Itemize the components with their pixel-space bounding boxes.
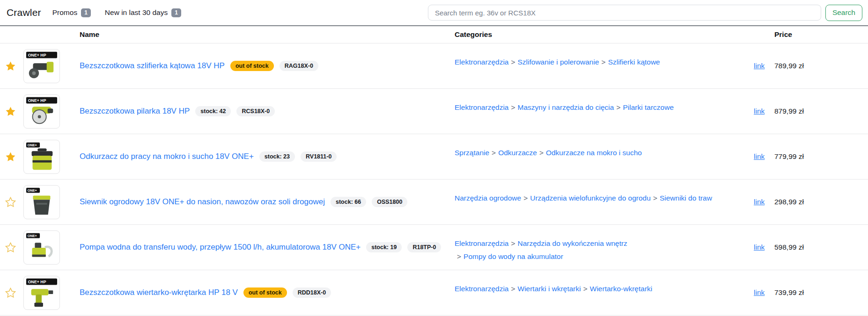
product-external-link[interactable]: link <box>754 62 765 70</box>
app-title: Crawler <box>7 7 41 18</box>
star-outline-icon <box>5 197 16 207</box>
category-link[interactable]: Elektronarzędzia <box>455 58 508 66</box>
sku-badge: RAG18X-0 <box>280 61 318 72</box>
favorite-star-icon[interactable] <box>0 197 21 207</box>
out-of-stock-badge: out of stock <box>243 287 287 298</box>
svg-text:ONE+: ONE+ <box>28 188 37 193</box>
sku-badge: RCS18X-0 <box>236 106 275 117</box>
out-of-stock-badge: out of stock <box>230 61 274 72</box>
nav-item-promos[interactable]: Promos 1 <box>52 8 91 17</box>
sku-badge: RDD18X-0 <box>293 287 331 298</box>
product-external-link[interactable]: link <box>754 243 765 251</box>
category-link[interactable]: Maszyny i narzędzia do cięcia <box>518 103 614 111</box>
category-link[interactable]: Odkurzacze na mokro i sucho <box>546 149 642 157</box>
star-filled-icon <box>5 61 16 71</box>
category-link[interactable]: Pompy do wody na akumulator <box>463 252 563 260</box>
svg-text:ONE+: ONE+ <box>28 143 37 147</box>
category-link[interactable]: Narzędzia do wykończenia wnętrz <box>518 239 627 247</box>
product-name-link[interactable]: Odkurzacz do pracy na mokro i sucho 18V … <box>80 152 254 161</box>
search-button[interactable]: Search <box>825 5 862 21</box>
product-thumbnail-circular-saw: ONE+ HP <box>23 94 60 129</box>
category-breadcrumb: Narzędzia ogrodowe>Urządzenia wielofunkc… <box>452 192 744 212</box>
breadcrumb-separator: > <box>508 58 517 66</box>
svg-text:ONE+ HP: ONE+ HP <box>28 280 46 284</box>
svg-text:ONE+: ONE+ <box>28 234 37 238</box>
category-breadcrumb: Sprzątanie>Odkurzacze>Odkurzacze na mokr… <box>452 146 744 167</box>
favorite-star-icon[interactable] <box>0 287 21 298</box>
product-external-link[interactable]: link <box>754 288 765 296</box>
price-value: 739,99 zł <box>768 288 868 297</box>
category-link[interactable]: Wiertarki i wkrętarki <box>518 285 581 293</box>
search-area: Search <box>428 5 862 21</box>
table-row: ONE+ Odkurzacz do pracy na mokro i sucho… <box>0 134 868 180</box>
star-outline-icon <box>5 287 16 298</box>
product-name-link[interactable]: Pompa wodna do transferu wody, przepływ … <box>80 243 360 252</box>
stock-badge: stock: 19 <box>366 242 402 253</box>
star-filled-icon <box>5 106 16 116</box>
top-nav: Promos 1 New in last 30 days 1 <box>52 8 181 17</box>
category-breadcrumb: Elektronarzędzia>Wiertarki i wkrętarki>W… <box>452 282 744 303</box>
nav-item-new-in-30-days[interactable]: New in last 30 days 1 <box>105 8 181 17</box>
column-header-price: Price <box>768 30 868 39</box>
breadcrumb-separator: > <box>508 103 517 111</box>
promos-count-badge: 1 <box>81 8 91 17</box>
sku-badge: RV1811-0 <box>301 151 337 162</box>
product-thumbnail-wet-dry-vacuum: ONE+ <box>23 140 60 174</box>
favorite-star-icon[interactable] <box>0 106 21 116</box>
product-name-link[interactable]: Bezszczotkowa wiertarko-wkrętarka HP 18 … <box>80 288 238 297</box>
favorite-star-icon[interactable] <box>0 61 21 71</box>
category-link[interactable]: Elektronarzędzia <box>455 285 508 293</box>
category-breadcrumb: Elektronarzędzia>Maszyny i narzędzia do … <box>452 101 744 122</box>
product-thumbnail-garden-seeder: ONE+ <box>23 185 60 219</box>
category-link[interactable]: Elektronarzędzia <box>455 239 508 247</box>
favorite-star-icon[interactable] <box>0 151 21 162</box>
favorite-star-icon[interactable] <box>0 242 21 252</box>
promos-label: Promos <box>52 8 77 17</box>
search-input[interactable] <box>428 5 821 21</box>
table-row: ONE+ HP Bezszczotkowa pilarka 18V HP sto… <box>0 89 868 134</box>
category-link[interactable]: Wiertarko-wkrętarki <box>590 285 652 293</box>
category-link[interactable]: Narzędzia ogrodowe <box>455 194 521 202</box>
table-header-row: Name Categories Price <box>0 26 868 43</box>
breadcrumb-separator: > <box>581 285 590 293</box>
breadcrumb-separator: > <box>521 194 530 202</box>
star-outline-icon <box>5 242 16 252</box>
product-thumbnail-angle-grinder: ONE+ HP <box>23 49 60 83</box>
column-header-name: Name <box>66 30 452 39</box>
stock-badge: stock: 66 <box>331 197 366 208</box>
breadcrumb-separator: > <box>508 239 517 247</box>
table-row: ONE+ Siewnik ogrodowy 18V ONE+ do nasion… <box>0 180 868 225</box>
stock-badge: stock: 42 <box>195 106 231 117</box>
svg-text:ONE+ HP: ONE+ HP <box>28 53 46 57</box>
product-name-link[interactable]: Bezszczotkowa szlifierka kątowa 18V HP <box>80 61 225 71</box>
product-name-link[interactable]: Siewnik ogrodowy 18V ONE+ do nasion, naw… <box>80 197 325 207</box>
new-items-count-badge: 1 <box>171 8 181 17</box>
top-bar: Crawler Promos 1 New in last 30 days 1 S… <box>0 0 868 26</box>
price-value: 879,99 zł <box>768 107 868 115</box>
category-link[interactable]: Urządzenia wielofunkcyjne do ogrodu <box>530 194 651 202</box>
product-external-link[interactable]: link <box>754 152 765 160</box>
table-row: ONE+ HP Bezszczotkowa wiertarko-wkrętark… <box>0 270 868 316</box>
product-name-link[interactable]: Bezszczotkowa pilarka 18V HP <box>80 107 190 116</box>
product-external-link[interactable]: link <box>754 107 765 115</box>
category-link[interactable]: Siewniki do traw <box>660 194 712 202</box>
category-link[interactable]: Szlifowanie i polerowanie <box>518 58 599 66</box>
breadcrumb-separator: > <box>455 252 463 260</box>
price-value: 779,99 zł <box>768 152 868 161</box>
category-link[interactable]: Odkurzacze <box>498 149 537 157</box>
category-link[interactable]: Sprzątanie <box>455 149 489 157</box>
category-breadcrumb: Elektronarzędzia>Narzędzia do wykończeni… <box>452 237 744 258</box>
breadcrumb-separator: > <box>651 194 660 202</box>
breadcrumb-separator: > <box>508 285 517 293</box>
product-external-link[interactable]: link <box>754 198 765 206</box>
stock-badge: stock: 23 <box>259 151 295 162</box>
category-link[interactable]: Elektronarzędzia <box>455 103 508 111</box>
price-value: 598,99 zł <box>768 243 868 251</box>
category-link[interactable]: Pilarki tarczowe <box>623 103 674 111</box>
star-filled-icon <box>5 151 16 162</box>
table-row: ONE+ Pompa wodna do transferu wody, prze… <box>0 225 868 270</box>
category-link[interactable]: Szlifierki kątowe <box>608 58 660 66</box>
breadcrumb-separator: > <box>614 103 623 111</box>
category-breadcrumb: Elektronarzędzia>Szlifowanie i polerowan… <box>452 56 744 76</box>
product-thumbnail-drill-driver: ONE+ HP <box>23 276 60 310</box>
